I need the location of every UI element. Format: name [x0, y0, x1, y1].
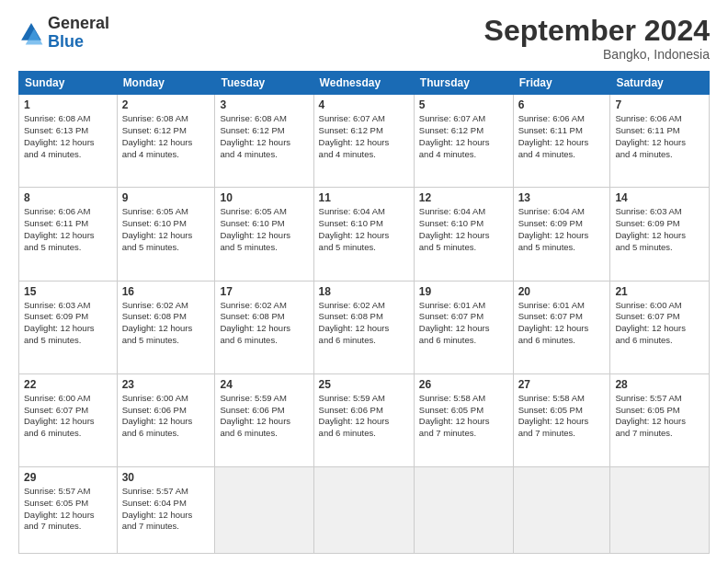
table-row: 8Sunrise: 6:06 AMSunset: 6:11 PMDaylight… [19, 188, 118, 281]
table-row: 19Sunrise: 6:01 AMSunset: 6:07 PMDayligh… [414, 281, 513, 373]
day-number: 13 [518, 191, 606, 204]
day-info: Sunrise: 6:05 AMSunset: 6:10 PMDaylight:… [220, 206, 308, 253]
day-number: 26 [419, 378, 508, 391]
day-info: Sunrise: 5:57 AMSunset: 6:04 PMDaylight:… [122, 486, 210, 533]
table-row: 12Sunrise: 6:04 AMSunset: 6:10 PMDayligh… [414, 188, 513, 281]
table-row [215, 466, 313, 553]
day-info: Sunrise: 6:05 AMSunset: 6:10 PMDaylight:… [122, 206, 210, 253]
day-info: Sunrise: 6:02 AMSunset: 6:08 PMDaylight:… [220, 300, 308, 347]
day-info: Sunrise: 5:59 AMSunset: 6:06 PMDaylight:… [220, 393, 308, 440]
day-info: Sunrise: 6:01 AMSunset: 6:07 PMDaylight:… [419, 300, 508, 347]
day-info: Sunrise: 6:03 AMSunset: 6:09 PMDaylight:… [24, 300, 112, 347]
day-number: 2 [122, 98, 210, 111]
day-number: 14 [615, 191, 704, 204]
logo: General Blue [18, 15, 109, 52]
table-row: 18Sunrise: 6:02 AMSunset: 6:08 PMDayligh… [313, 281, 414, 373]
day-info: Sunrise: 6:02 AMSunset: 6:08 PMDaylight:… [122, 300, 210, 347]
day-info: Sunrise: 6:00 AMSunset: 6:07 PMDaylight:… [24, 393, 112, 440]
table-row [610, 466, 710, 553]
location-subtitle: Bangko, Indonesia [484, 47, 710, 62]
table-row: 17Sunrise: 6:02 AMSunset: 6:08 PMDayligh… [215, 281, 313, 373]
table-row: 14Sunrise: 6:03 AMSunset: 6:09 PMDayligh… [610, 188, 710, 281]
table-row: 23Sunrise: 6:00 AMSunset: 6:06 PMDayligh… [117, 373, 215, 466]
table-row: 25Sunrise: 5:59 AMSunset: 6:06 PMDayligh… [313, 373, 414, 466]
table-row: 10Sunrise: 6:05 AMSunset: 6:10 PMDayligh… [215, 188, 313, 281]
col-sunday: Sunday [19, 72, 118, 95]
day-number: 4 [319, 98, 409, 111]
title-block: September 2024 Bangko, Indonesia [484, 15, 710, 62]
day-number: 6 [518, 98, 606, 111]
table-row [313, 466, 414, 553]
day-info: Sunrise: 6:08 AMSunset: 6:13 PMDaylight:… [24, 113, 112, 160]
day-info: Sunrise: 5:58 AMSunset: 6:05 PMDaylight:… [518, 393, 606, 440]
day-info: Sunrise: 6:00 AMSunset: 6:07 PMDaylight:… [615, 300, 704, 347]
table-row: 27Sunrise: 5:58 AMSunset: 6:05 PMDayligh… [513, 373, 610, 466]
day-info: Sunrise: 6:01 AMSunset: 6:07 PMDaylight:… [518, 300, 606, 347]
day-number: 29 [24, 471, 112, 484]
week-row-4: 22Sunrise: 6:00 AMSunset: 6:07 PMDayligh… [19, 373, 710, 466]
day-info: Sunrise: 5:58 AMSunset: 6:05 PMDaylight:… [419, 393, 508, 440]
day-number: 3 [220, 98, 308, 111]
day-info: Sunrise: 6:08 AMSunset: 6:12 PMDaylight:… [220, 113, 308, 160]
day-number: 12 [419, 191, 508, 204]
week-row-2: 8Sunrise: 6:06 AMSunset: 6:11 PMDaylight… [19, 188, 710, 281]
day-number: 10 [220, 191, 308, 204]
col-wednesday: Wednesday [313, 72, 414, 95]
table-row: 28Sunrise: 5:57 AMSunset: 6:05 PMDayligh… [610, 373, 710, 466]
week-row-3: 15Sunrise: 6:03 AMSunset: 6:09 PMDayligh… [19, 281, 710, 373]
col-friday: Friday [513, 72, 610, 95]
header: General Blue September 2024 Bangko, Indo… [18, 15, 710, 62]
day-info: Sunrise: 6:06 AMSunset: 6:11 PMDaylight:… [518, 113, 606, 160]
day-number: 8 [24, 191, 112, 204]
month-title: September 2024 [484, 15, 710, 47]
weekday-header-row: Sunday Monday Tuesday Wednesday Thursday… [19, 72, 710, 95]
table-row: 21Sunrise: 6:00 AMSunset: 6:07 PMDayligh… [610, 281, 710, 373]
day-number: 1 [24, 98, 112, 111]
day-number: 5 [419, 98, 508, 111]
table-row: 20Sunrise: 6:01 AMSunset: 6:07 PMDayligh… [513, 281, 610, 373]
table-row: 9Sunrise: 6:05 AMSunset: 6:10 PMDaylight… [117, 188, 215, 281]
table-row: 5Sunrise: 6:07 AMSunset: 6:12 PMDaylight… [414, 95, 513, 188]
day-info: Sunrise: 6:04 AMSunset: 6:09 PMDaylight:… [518, 206, 606, 253]
table-row: 22Sunrise: 6:00 AMSunset: 6:07 PMDayligh… [19, 373, 118, 466]
logo-general-text: General [48, 14, 109, 32]
day-info: Sunrise: 6:02 AMSunset: 6:08 PMDaylight:… [319, 300, 409, 347]
table-row [414, 466, 513, 553]
day-info: Sunrise: 6:08 AMSunset: 6:12 PMDaylight:… [122, 113, 210, 160]
col-monday: Monday [117, 72, 215, 95]
col-thursday: Thursday [414, 72, 513, 95]
day-number: 7 [615, 98, 704, 111]
day-number: 9 [122, 191, 210, 204]
page: General Blue September 2024 Bangko, Indo… [0, 0, 728, 563]
table-row: 2Sunrise: 6:08 AMSunset: 6:12 PMDaylight… [117, 95, 215, 188]
table-row: 24Sunrise: 5:59 AMSunset: 6:06 PMDayligh… [215, 373, 313, 466]
table-row: 15Sunrise: 6:03 AMSunset: 6:09 PMDayligh… [19, 281, 118, 373]
day-info: Sunrise: 5:57 AMSunset: 6:05 PMDaylight:… [615, 393, 704, 440]
day-info: Sunrise: 6:06 AMSunset: 6:11 PMDaylight:… [615, 113, 704, 160]
table-row: 6Sunrise: 6:06 AMSunset: 6:11 PMDaylight… [513, 95, 610, 188]
table-row: 30Sunrise: 5:57 AMSunset: 6:04 PMDayligh… [117, 466, 215, 553]
day-info: Sunrise: 6:07 AMSunset: 6:12 PMDaylight:… [319, 113, 409, 160]
day-info: Sunrise: 6:04 AMSunset: 6:10 PMDaylight:… [419, 206, 508, 253]
day-number: 18 [319, 285, 409, 298]
table-row: 3Sunrise: 6:08 AMSunset: 6:12 PMDaylight… [215, 95, 313, 188]
day-number: 28 [615, 378, 704, 391]
day-info: Sunrise: 6:04 AMSunset: 6:10 PMDaylight:… [319, 206, 409, 253]
day-info: Sunrise: 6:03 AMSunset: 6:09 PMDaylight:… [615, 206, 704, 253]
day-info: Sunrise: 5:57 AMSunset: 6:05 PMDaylight:… [24, 486, 112, 533]
table-row: 1Sunrise: 6:08 AMSunset: 6:13 PMDaylight… [19, 95, 118, 188]
day-info: Sunrise: 6:06 AMSunset: 6:11 PMDaylight:… [24, 206, 112, 253]
day-number: 19 [419, 285, 508, 298]
day-number: 25 [319, 378, 409, 391]
day-number: 16 [122, 285, 210, 298]
table-row: 29Sunrise: 5:57 AMSunset: 6:05 PMDayligh… [19, 466, 118, 553]
day-number: 24 [220, 378, 308, 391]
day-info: Sunrise: 6:07 AMSunset: 6:12 PMDaylight:… [419, 113, 508, 160]
day-number: 15 [24, 285, 112, 298]
col-saturday: Saturday [610, 72, 710, 95]
calendar-table: Sunday Monday Tuesday Wednesday Thursday… [18, 71, 710, 554]
week-row-1: 1Sunrise: 6:08 AMSunset: 6:13 PMDaylight… [19, 95, 710, 188]
day-number: 11 [319, 191, 409, 204]
day-number: 27 [518, 378, 606, 391]
day-number: 21 [615, 285, 704, 298]
